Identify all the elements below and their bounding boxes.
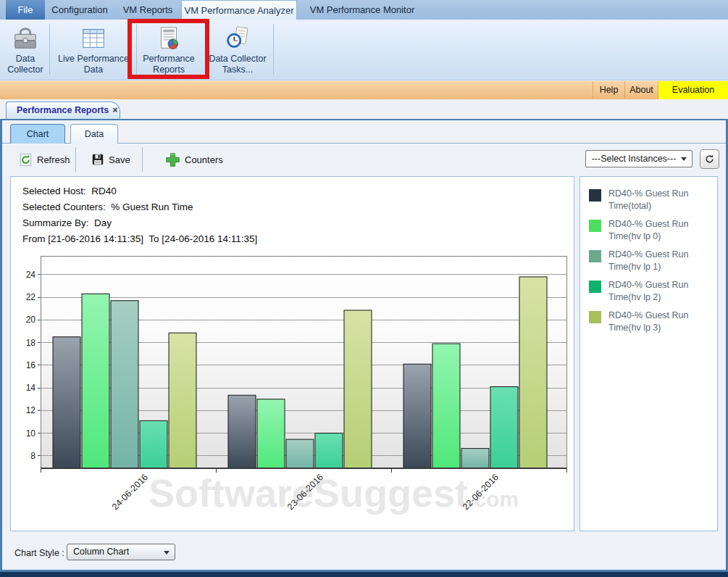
- chart-style-dropdown[interactable]: Column Chart: [67, 544, 175, 560]
- selected-counters-line: Selected Counters: % Guest Run Time: [22, 202, 193, 212]
- toolbar-separator: [142, 147, 143, 172]
- close-icon[interactable]: ×: [112, 105, 117, 115]
- legend-swatch-icon: [589, 311, 601, 323]
- select-instances-value: ---Select Instances---: [592, 154, 677, 164]
- chevron-down-icon: [164, 551, 170, 555]
- tab-data[interactable]: Data: [70, 124, 118, 144]
- legend-label: RD40-% Guest Run Time(hv lp 0): [608, 218, 706, 242]
- application-window: File Configuration VM Reports VM Perform…: [0, 0, 728, 577]
- legend-item: RD40-% Guest Run Time(hv lp 0): [580, 215, 717, 245]
- live-performance-data-button[interactable]: Live Performance Data: [52, 22, 135, 78]
- svg-text:16: 16: [26, 360, 36, 370]
- legend-item: RD40-% Guest Run Time(hv lp 2): [580, 275, 717, 306]
- legend-list: RD40-% Guest Run Time(total)RD40-% Guest…: [580, 184, 717, 336]
- doc-tab-label: Performance Reports: [17, 105, 109, 115]
- ribbon-toolbar: Data Collector Live Performance Data: [0, 20, 728, 80]
- clock-tasks-icon: [224, 24, 251, 53]
- legend-item: RD40-% Guest Run Time(hv lp 1): [580, 245, 717, 275]
- toolbar-separator: [75, 147, 76, 172]
- reload-icon: [704, 154, 715, 165]
- counters-button[interactable]: Counters: [165, 149, 223, 170]
- tab-chart[interactable]: Chart: [10, 124, 65, 144]
- svg-text:20: 20: [26, 315, 36, 325]
- window-bottom-border: [0, 570, 728, 577]
- legend-swatch-icon: [589, 220, 601, 232]
- ribbon-button-label: Performance Reports: [139, 54, 198, 75]
- legend-panel: RD40-% Guest Run Time(total)RD40-% Guest…: [580, 176, 718, 531]
- about-link[interactable]: About: [624, 81, 658, 100]
- chevron-down-icon: [681, 157, 687, 161]
- menu-tab-vm-performance-monitor[interactable]: VM Performance Monitor: [304, 0, 420, 20]
- toolbox-icon: [12, 24, 39, 53]
- ribbon-button-label: Live Performance Data: [52, 54, 135, 75]
- performance-reports-button[interactable]: Performance Reports: [139, 22, 198, 78]
- svg-text:12: 12: [26, 405, 36, 415]
- svg-text:22: 22: [26, 292, 36, 302]
- ribbon-button-label: Data Collector: [1, 54, 49, 75]
- svg-text:24-06-2016: 24-06-2016: [110, 472, 150, 512]
- svg-text:10: 10: [26, 428, 36, 439]
- date-range-line: From [21-06-2016 14:11:35] To [24-06-201…: [22, 233, 257, 244]
- legend-item: RD40-% Guest Run Time(hv lp 3): [580, 306, 717, 336]
- menu-tab-configuration[interactable]: Configuration: [48, 0, 112, 20]
- save-icon: [91, 153, 104, 166]
- legend-swatch-icon: [589, 281, 601, 293]
- ribbon-button-label: Data Collector Tasks...: [204, 54, 271, 75]
- ribbon-separator: [49, 24, 50, 75]
- report-icon: [155, 24, 183, 53]
- legend-swatch-icon: [589, 189, 601, 202]
- chart-panel: Selected Host: RD40 Selected Counters: %…: [10, 176, 574, 531]
- save-button[interactable]: Save: [91, 149, 130, 170]
- refresh-button[interactable]: Refresh: [19, 149, 70, 170]
- menu-bar: File Configuration VM Reports VM Perform…: [0, 0, 728, 20]
- ribbon-separator: [136, 24, 137, 75]
- svg-text:24: 24: [26, 270, 36, 280]
- help-link[interactable]: Help: [593, 81, 624, 100]
- menu-tab-file[interactable]: File: [6, 0, 45, 20]
- svg-text:23-06-2016: 23-06-2016: [285, 472, 325, 512]
- chart-style-value: Column Chart: [73, 547, 129, 557]
- evaluation-version-badge: Evaluation Version: [658, 81, 728, 100]
- data-collector-button[interactable]: Data Collector: [1, 22, 49, 78]
- legend-item: RD40-% Guest Run Time(total): [580, 184, 717, 215]
- data-table-icon: [80, 24, 107, 53]
- data-collector-tasks-button[interactable]: Data Collector Tasks...: [204, 22, 271, 78]
- menu-tab-vm-reports[interactable]: VM Reports: [117, 0, 178, 20]
- svg-text:18: 18: [26, 338, 36, 348]
- counters-label: Counters: [185, 154, 223, 165]
- chart-style-label: Chart Style :: [14, 545, 64, 561]
- document-tab-row: Performance Reports×: [0, 99, 728, 119]
- menu-tab-vm-performance-analyzer[interactable]: VM Performance Analyzer: [181, 0, 297, 20]
- svg-text:14: 14: [26, 383, 36, 393]
- select-instances-dropdown[interactable]: ---Select Instances---: [585, 150, 693, 167]
- refresh-label: Refresh: [37, 154, 70, 165]
- ribbon-separator: [273, 24, 274, 75]
- instances-refresh-button[interactable]: [700, 149, 719, 169]
- legend-swatch-icon: [589, 250, 601, 262]
- tab-performance-reports[interactable]: Performance Reports×: [6, 101, 120, 119]
- bar-chart: 8101214161820222424-06-201623-06-201622-…: [12, 254, 570, 517]
- legend-label: RD40-% Guest Run Time(hv lp 2): [608, 279, 706, 303]
- selected-host-line: Selected Host: RD40: [22, 186, 117, 196]
- svg-text:8: 8: [30, 451, 35, 461]
- plus-icon: [165, 152, 180, 167]
- summarize-by-line: Summarize By: Day: [22, 217, 112, 228]
- refresh-icon: [19, 153, 33, 167]
- svg-text:22-06-2016: 22-06-2016: [461, 472, 501, 512]
- info-bar: Help About Evaluation Version: [0, 80, 728, 99]
- save-label: Save: [109, 154, 130, 165]
- legend-label: RD40-% Guest Run Time(hv lp 3): [608, 310, 706, 333]
- legend-label: RD40-% Guest Run Time(hv lp 1): [608, 249, 706, 273]
- legend-label: RD40-% Guest Run Time(total): [608, 188, 706, 212]
